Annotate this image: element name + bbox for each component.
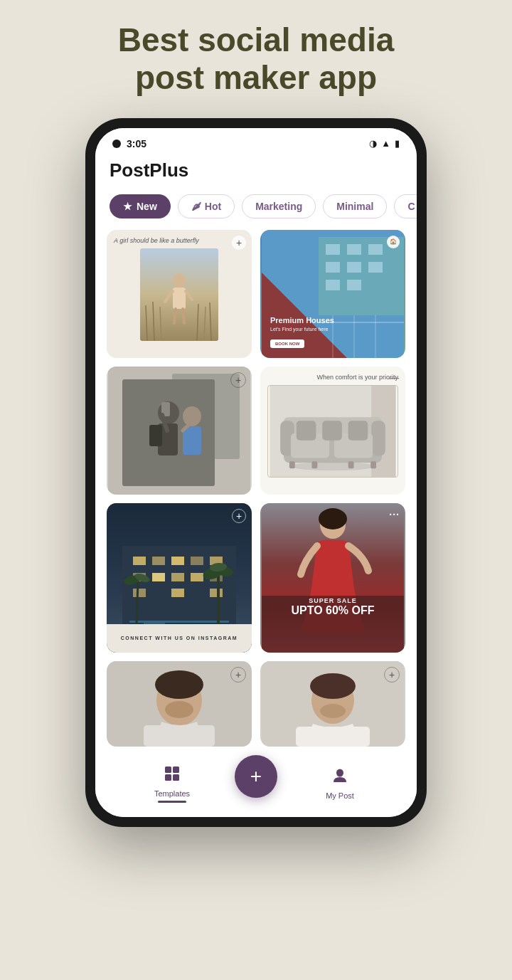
- card-sale[interactable]: SUPER SALE UPTO 60% OFF ···: [260, 503, 405, 653]
- add-post-btn[interactable]: +: [235, 755, 277, 798]
- add-butterfly-btn[interactable]: +: [232, 236, 246, 250]
- svg-rect-96: [173, 766, 179, 773]
- svg-point-88: [165, 701, 193, 718]
- card-portrait-2[interactable]: +: [260, 661, 405, 747]
- svg-rect-49: [348, 421, 368, 441]
- templates-icon: [164, 765, 181, 786]
- camera-dot: [112, 139, 121, 148]
- nav-templates[interactable]: Templates: [110, 765, 235, 803]
- svg-rect-69: [210, 589, 223, 597]
- svg-rect-18: [326, 262, 340, 273]
- svg-point-99: [336, 769, 343, 777]
- svg-point-34: [183, 406, 201, 426]
- svg-rect-15: [326, 244, 340, 255]
- svg-line-11: [174, 309, 176, 323]
- svg-rect-71: [129, 621, 229, 623]
- app-headline: Best social media post maker app: [75, 21, 437, 97]
- tab-new[interactable]: ★ New: [110, 194, 171, 218]
- status-bar: 3:05 ◑ ▲ ▮: [95, 128, 417, 154]
- svg-rect-67: [133, 589, 146, 597]
- add-selfie-btn[interactable]: +: [230, 372, 246, 388]
- svg-rect-35: [183, 426, 201, 455]
- my-post-icon: [331, 767, 348, 789]
- add-portrait2-btn[interactable]: +: [384, 667, 400, 683]
- my-post-label: My Post: [326, 791, 354, 800]
- sofa-svg: [268, 386, 398, 477]
- card-portrait-1[interactable]: +: [107, 661, 252, 747]
- svg-rect-59: [171, 557, 184, 565]
- bottom-nav: Templates + My Post: [95, 758, 417, 817]
- svg-rect-58: [152, 557, 165, 565]
- phone-frame: 3:05 ◑ ▲ ▮ PostPlus ★ New 🌶 Hot Marketin…: [85, 118, 427, 827]
- svg-rect-98: [173, 774, 179, 781]
- svg-rect-63: [152, 573, 165, 581]
- svg-rect-20: [368, 262, 383, 273]
- svg-point-83: [319, 508, 347, 529]
- svg-point-87: [155, 670, 203, 699]
- sale-text: SUPER SALE UPTO 60% OFF: [291, 597, 374, 617]
- book-now-btn[interactable]: BOOK NOW: [270, 339, 304, 348]
- tab-minimal[interactable]: Minimal: [323, 194, 387, 218]
- sofa-frame: [267, 385, 398, 478]
- hotel-footer: CONNECT WITH US ON INSTAGRAM: [107, 624, 252, 653]
- svg-rect-53: [348, 461, 354, 468]
- svg-rect-51: [289, 461, 295, 468]
- svg-rect-97: [165, 774, 171, 781]
- status-icons: ◑ ▲ ▮: [369, 138, 400, 149]
- svg-rect-17: [368, 244, 383, 255]
- wifi-icon: ▲: [381, 138, 390, 149]
- instagram-text: CONNECT WITH US ON INSTAGRAM: [121, 636, 238, 641]
- svg-rect-22: [347, 280, 361, 290]
- star-icon: ★: [123, 201, 132, 212]
- svg-rect-21: [326, 280, 340, 290]
- svg-rect-65: [191, 573, 203, 581]
- tab-marketing[interactable]: Marketing: [242, 194, 316, 218]
- selfie-svg: [107, 367, 252, 495]
- svg-line-76: [137, 581, 138, 624]
- svg-point-94: [320, 704, 346, 718]
- svg-rect-8: [173, 288, 186, 309]
- battery-icon: ▮: [395, 138, 400, 149]
- svg-rect-16: [347, 244, 361, 255]
- app-title: PostPlus: [110, 159, 188, 181]
- svg-point-92: [310, 673, 356, 699]
- svg-rect-33: [149, 425, 162, 446]
- plus-icon: +: [250, 766, 262, 786]
- svg-rect-68: [171, 589, 184, 597]
- houses-svg: [260, 230, 405, 358]
- svg-rect-44: [371, 421, 385, 455]
- add-portrait1-btn[interactable]: +: [230, 667, 246, 683]
- card-hotel[interactable]: CONNECT WITH US ON INSTAGRAM +: [107, 503, 252, 653]
- svg-rect-57: [133, 557, 146, 565]
- status-time: 3:05: [127, 138, 146, 149]
- svg-rect-52: [311, 461, 317, 468]
- sale-svg: [260, 503, 405, 653]
- tab-hot[interactable]: 🌶 Hot: [178, 194, 235, 218]
- wheat-illustration: [140, 248, 218, 341]
- svg-rect-54: [370, 461, 376, 468]
- filter-tabs: ★ New 🌶 Hot Marketing Minimal C: [95, 189, 417, 227]
- card-sofa[interactable]: — When comfort is your priority: [260, 367, 405, 495]
- home-icon-badge: 🏠: [387, 236, 400, 248]
- brightness-icon: ◑: [369, 138, 377, 149]
- fire-icon: 🌶: [191, 201, 201, 212]
- app-header: PostPlus: [95, 154, 417, 189]
- wheat-svg: [140, 248, 218, 341]
- sofa-more-btn[interactable]: —: [389, 372, 400, 384]
- svg-line-12: [183, 309, 184, 323]
- svg-rect-19: [347, 262, 361, 273]
- card-houses[interactable]: Premium Houses Let's Find your future he…: [260, 230, 405, 358]
- svg-rect-47: [297, 421, 316, 441]
- house-label: Premium Houses Let's Find your future he…: [270, 316, 334, 333]
- card-butterfly[interactable]: A girl should be like a butterfly +: [107, 230, 252, 358]
- card-selfie[interactable]: +: [107, 367, 252, 495]
- tab-more[interactable]: C: [394, 194, 417, 218]
- template-grid: A girl should be like a butterfly +: [95, 227, 417, 758]
- quote-text: A girl should be like a butterfly: [114, 237, 245, 244]
- svg-point-50: [291, 462, 375, 470]
- nav-my-post[interactable]: My Post: [277, 767, 402, 800]
- svg-rect-60: [191, 557, 203, 565]
- add-hotel-btn[interactable]: +: [232, 509, 246, 523]
- sale-more-btn[interactable]: ···: [389, 509, 400, 520]
- butterfly-photo: [140, 248, 218, 341]
